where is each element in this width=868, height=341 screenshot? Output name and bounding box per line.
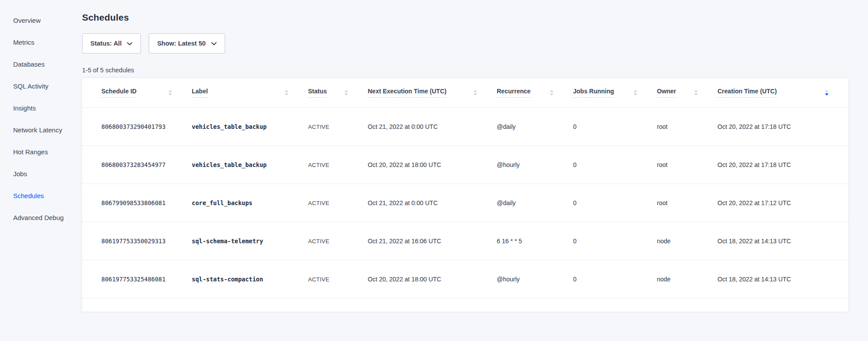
next-execution-time-cell: Oct 21, 2022 at 0:00 UTC: [368, 199, 497, 206]
column-header-label: Next Execution Time (UTC): [368, 88, 446, 98]
status-filter-label: Status: All: [90, 40, 122, 47]
sort-icon[interactable]: [473, 90, 477, 96]
creation-time-cell: Oct 18, 2022 at 14:13 UTC: [717, 238, 848, 245]
sidebar-item-label: Metrics: [13, 39, 34, 46]
sort-desc-arrow-icon: [344, 93, 348, 96]
next-execution-time-cell: Oct 21, 2022 at 0:00 UTC: [368, 123, 497, 130]
sort-icon[interactable]: [550, 90, 553, 96]
column-header-schedule-id[interactable]: Schedule ID: [101, 88, 192, 98]
schedule-label-cell: sql-schema-telemetry: [192, 238, 308, 245]
sidebar-item-insights[interactable]: Insights: [0, 97, 82, 119]
column-header-label: Label: [192, 88, 208, 98]
sort-asc-arrow-icon: [825, 90, 829, 92]
table-header-row: Schedule ID Label Status Next Execution …: [82, 78, 848, 108]
sidebar-item-label: Databases: [13, 60, 45, 68]
sort-icon[interactable]: [285, 90, 288, 96]
sort-desc-arrow-icon: [825, 93, 829, 96]
schedule-status-cell: ACTIVE: [308, 200, 368, 206]
sidebar-item-sql-activity[interactable]: SQL Activity: [0, 75, 82, 97]
sidebar-item-schedules[interactable]: Schedules: [0, 185, 82, 206]
table-row: 806197753325486081 sql-stats-compaction …: [82, 260, 848, 298]
sort-asc-arrow-icon: [634, 90, 637, 92]
schedule-label-cell: vehicles_table_backup: [192, 123, 308, 130]
table-body: 806800373290401793 vehicles_table_backup…: [82, 108, 848, 298]
sort-icon[interactable]: [694, 90, 698, 96]
sidebar-item-label: SQL Activity: [13, 82, 48, 90]
sidebar-item-metrics[interactable]: Metrics: [0, 31, 82, 53]
sort-asc-arrow-icon: [344, 90, 348, 92]
sort-icon[interactable]: [169, 90, 172, 96]
main-content: Schedules Status: All Show: Latest 50 1-…: [82, 0, 868, 341]
creation-time-cell: Oct 20, 2022 at 17:12 UTC: [717, 199, 848, 206]
column-header-creation-time-utc[interactable]: Creation Time (UTC): [717, 88, 848, 98]
sidebar-item-jobs[interactable]: Jobs: [0, 163, 82, 185]
chevron-down-icon: [127, 42, 133, 46]
column-header-status[interactable]: Status: [308, 88, 368, 98]
sidebar-item-label: Jobs: [13, 170, 27, 178]
jobs-running-cell: 0: [573, 123, 657, 130]
jobs-running-cell: 0: [573, 161, 657, 168]
schedule-id-cell: 806800373290401793: [101, 123, 192, 130]
show-filter-dropdown[interactable]: Show: Latest 50: [149, 33, 225, 53]
next-execution-time-cell: Oct 20, 2022 at 18:00 UTC: [368, 276, 497, 283]
owner-cell: node: [657, 238, 717, 245]
next-execution-time-cell: Oct 20, 2022 at 18:00 UTC: [368, 161, 497, 168]
sort-desc-arrow-icon: [634, 93, 637, 96]
jobs-running-cell: 0: [573, 238, 657, 245]
owner-cell: root: [657, 123, 717, 130]
column-header-label: Recurrence: [497, 88, 531, 98]
schedule-label-cell: core_full_backups: [192, 199, 308, 206]
table-row: 806800373290401793 vehicles_table_backup…: [82, 108, 848, 146]
sort-asc-arrow-icon: [550, 90, 553, 92]
recurrence-cell: @hourly: [497, 276, 573, 283]
sort-icon[interactable]: [634, 90, 637, 96]
schedule-id-cell: 806197753325486081: [101, 276, 192, 283]
column-header-label[interactable]: Label: [192, 88, 308, 98]
results-count: 1-5 of 5 schedules: [82, 67, 848, 74]
column-header-label: Schedule ID: [101, 88, 136, 98]
recurrence-cell: @daily: [497, 199, 573, 206]
sidebar-item-label: Network Latency: [13, 126, 62, 134]
sidebar-item-network-latency[interactable]: Network Latency: [0, 119, 82, 141]
column-header-recurrence[interactable]: Recurrence: [497, 88, 573, 98]
schedule-status-cell: ACTIVE: [308, 238, 368, 245]
recurrence-cell: @hourly: [497, 161, 573, 168]
page-title: Schedules: [82, 12, 848, 23]
owner-cell: root: [657, 161, 717, 168]
owner-cell: root: [657, 199, 717, 206]
column-header-label: Jobs Running: [573, 88, 614, 98]
sidebar-item-databases[interactable]: Databases: [0, 53, 82, 75]
sort-asc-arrow-icon: [169, 90, 172, 92]
filters-bar: Status: All Show: Latest 50: [82, 33, 848, 53]
sidebar-nav: Overview Metrics Databases SQL Activity …: [0, 0, 82, 341]
owner-cell: node: [657, 276, 717, 283]
column-header-next-execution-time-utc[interactable]: Next Execution Time (UTC): [368, 88, 497, 98]
status-filter-dropdown[interactable]: Status: All: [82, 33, 141, 53]
sort-desc-arrow-icon: [473, 93, 477, 96]
sidebar-item-label: Insights: [13, 104, 36, 112]
table-row: 806799098533806081 core_full_backups ACT…: [82, 184, 848, 222]
table-row: 806800373283454977 vehicles_table_backup…: [82, 146, 848, 184]
chevron-down-icon: [211, 42, 217, 46]
sort-icon[interactable]: [825, 90, 829, 96]
sidebar-item-advanced-debug[interactable]: Advanced Debug: [0, 206, 82, 228]
sort-desc-arrow-icon: [550, 93, 553, 96]
column-header-jobs-running[interactable]: Jobs Running: [573, 88, 657, 98]
schedule-id-cell: 806800373283454977: [101, 161, 192, 168]
schedule-status-cell: ACTIVE: [308, 124, 368, 130]
sidebar-item-hot-ranges[interactable]: Hot Ranges: [0, 141, 82, 163]
schedule-label-cell: sql-stats-compaction: [192, 276, 308, 283]
sort-asc-arrow-icon: [694, 90, 698, 92]
sort-asc-arrow-icon: [285, 90, 288, 92]
creation-time-cell: Oct 18, 2022 at 14:13 UTC: [717, 276, 848, 283]
sidebar-item-overview[interactable]: Overview: [0, 9, 82, 31]
sort-icon[interactable]: [344, 90, 348, 96]
schedule-id-cell: 806799098533806081: [101, 199, 192, 206]
schedule-id-cell: 806197753350029313: [101, 238, 192, 245]
creation-time-cell: Oct 20, 2022 at 17:18 UTC: [717, 123, 848, 130]
schedule-status-cell: ACTIVE: [308, 162, 368, 168]
column-header-owner[interactable]: Owner: [657, 88, 717, 98]
next-execution-time-cell: Oct 21, 2022 at 16:06 UTC: [368, 238, 497, 245]
sidebar-item-label: Advanced Debug: [13, 214, 64, 221]
sort-desc-arrow-icon: [169, 93, 172, 96]
